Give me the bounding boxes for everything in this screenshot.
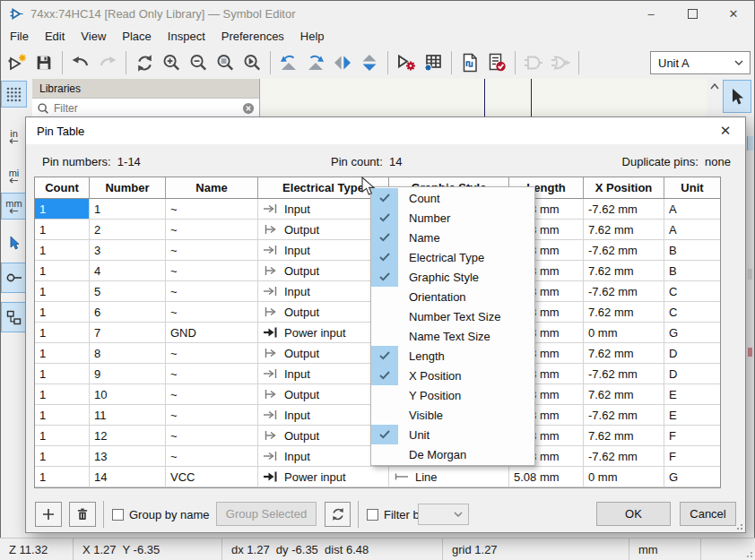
- cell-number[interactable]: 9: [90, 364, 166, 384]
- units-inches-button[interactable]: in: [1, 124, 27, 149]
- unit-select[interactable]: Unit A: [650, 51, 751, 74]
- canvas-scrollbar-up[interactable]: [707, 79, 722, 116]
- cell-x-position[interactable]: -7.62 mm: [584, 240, 664, 261]
- new-symbol-button[interactable]: [4, 49, 30, 76]
- cell-unit[interactable]: A: [664, 199, 720, 220]
- menu-file[interactable]: File: [2, 27, 37, 47]
- cell-number[interactable]: 2: [90, 220, 166, 240]
- cell-number[interactable]: 5: [90, 281, 166, 302]
- column-menu-item-number[interactable]: Number: [371, 208, 534, 228]
- column-menu-item-unit[interactable]: Unit: [371, 425, 534, 444]
- window-resize-grip[interactable]: [744, 549, 753, 558]
- cell-x-position[interactable]: -7.62 mm: [584, 281, 664, 302]
- menu-edit[interactable]: Edit: [37, 27, 73, 47]
- cell-unit[interactable]: E: [664, 384, 720, 405]
- column-menu-item-name[interactable]: Name: [371, 228, 534, 247]
- cell-electrical-type[interactable]: Power input: [258, 467, 389, 487]
- rotate-ccw-button[interactable]: [275, 49, 302, 76]
- cell-x-position[interactable]: -7.62 mm: [584, 405, 664, 426]
- cell-number[interactable]: 8: [90, 343, 166, 364]
- cell-name[interactable]: VCC: [166, 467, 258, 487]
- cell-count[interactable]: 1: [35, 343, 90, 364]
- cell-x-position[interactable]: 7.62 mm: [584, 261, 664, 281]
- schematic-canvas[interactable]: [261, 79, 707, 116]
- menu-view[interactable]: View: [73, 27, 114, 47]
- cell-graphic-style[interactable]: Line: [389, 467, 509, 487]
- dialog-close-button[interactable]: ✕: [711, 117, 740, 144]
- cell-x-position[interactable]: -7.62 mm: [584, 446, 664, 467]
- cell-name[interactable]: ~: [166, 405, 258, 426]
- menu-help[interactable]: Help: [292, 27, 333, 47]
- close-button[interactable]: ✕: [713, 1, 754, 27]
- cell-count[interactable]: 1: [35, 384, 90, 405]
- cell-x-position[interactable]: 7.62 mm: [584, 220, 664, 240]
- menu-inspect[interactable]: Inspect: [160, 27, 213, 47]
- cell-count[interactable]: 1: [35, 240, 90, 261]
- cell-number[interactable]: 4: [90, 261, 166, 281]
- cell-name[interactable]: ~: [166, 446, 258, 467]
- mirror-vertical-button[interactable]: [356, 49, 383, 76]
- cell-unit[interactable]: F: [664, 446, 720, 467]
- save-button[interactable]: [30, 49, 57, 76]
- cell-number[interactable]: 13: [90, 446, 166, 467]
- units-mils-button[interactable]: mi: [1, 163, 27, 188]
- cell-x-position[interactable]: 7.62 mm: [584, 426, 664, 446]
- cell-number[interactable]: 6: [90, 302, 166, 323]
- cell-unit[interactable]: A: [664, 220, 720, 240]
- libraries-filter-input[interactable]: Filter: [32, 98, 259, 117]
- cell-number[interactable]: 7: [90, 323, 166, 343]
- column-menu-item-number-text-size[interactable]: Number Text Size: [371, 306, 534, 326]
- resize-grip[interactable]: [734, 521, 743, 530]
- filter-by-unit-checkbox[interactable]: [367, 509, 378, 521]
- column-header-number[interactable]: Number: [90, 177, 166, 199]
- cell-count[interactable]: 1: [35, 302, 90, 323]
- cell-unit[interactable]: B: [664, 240, 720, 261]
- cell-unit[interactable]: D: [664, 364, 720, 384]
- cell-number[interactable]: 14: [90, 467, 166, 487]
- cell-name[interactable]: ~: [166, 261, 258, 281]
- group-by-name-checkbox[interactable]: [112, 509, 124, 521]
- cell-x-position[interactable]: 7.62 mm: [584, 343, 664, 364]
- cell-count[interactable]: 1: [35, 446, 90, 467]
- cell-count[interactable]: 1: [35, 467, 90, 487]
- column-menu-item-graphic-style[interactable]: Graphic Style: [371, 267, 534, 287]
- cell-name[interactable]: ~: [166, 364, 258, 384]
- column-menu-item-y-position[interactable]: Y Position: [371, 385, 534, 405]
- show-hidden-fields-button[interactable]: [1, 302, 27, 332]
- cell-unit[interactable]: E: [664, 405, 720, 426]
- cell-number[interactable]: 1: [90, 199, 166, 220]
- cell-x-position[interactable]: 7.62 mm: [584, 384, 664, 405]
- cell-name[interactable]: ~: [166, 240, 258, 261]
- clear-filter-icon[interactable]: [242, 102, 255, 115]
- cell-count[interactable]: 1: [35, 426, 90, 446]
- add-pin-button[interactable]: [35, 502, 62, 527]
- cell-name[interactable]: GND: [166, 323, 258, 343]
- select-tool-button[interactable]: [723, 80, 751, 113]
- minimize-button[interactable]: –: [630, 1, 672, 27]
- cell-count[interactable]: 1: [35, 281, 90, 302]
- cell-x-position[interactable]: 0 mm: [584, 467, 664, 487]
- menu-preferences[interactable]: Preferences: [213, 27, 292, 47]
- pin-table-button[interactable]: [420, 49, 447, 76]
- datasheet-button[interactable]: [456, 49, 483, 76]
- cell-count[interactable]: 1: [35, 199, 90, 220]
- cell-number[interactable]: 3: [90, 240, 166, 261]
- column-header-x-position[interactable]: X Position: [584, 177, 664, 199]
- delete-pin-button[interactable]: [69, 502, 96, 527]
- rotate-cw-button[interactable]: [302, 49, 329, 76]
- cell-unit[interactable]: G: [664, 467, 720, 487]
- column-header-unit[interactable]: Unit: [664, 177, 720, 199]
- menu-place[interactable]: Place: [114, 27, 160, 47]
- column-menu-item-name-text-size[interactable]: Name Text Size: [371, 326, 534, 346]
- zoom-fit-button[interactable]: [212, 49, 239, 76]
- cell-x-position[interactable]: -7.62 mm: [584, 199, 664, 220]
- column-header-count[interactable]: Count: [35, 177, 90, 199]
- refresh-grouping-button[interactable]: [325, 502, 351, 527]
- erc-check-button[interactable]: [483, 49, 510, 76]
- cell-unit[interactable]: D: [664, 343, 720, 364]
- cell-number[interactable]: 10: [90, 384, 166, 405]
- refresh-view-button[interactable]: [131, 49, 158, 76]
- cell-name[interactable]: ~: [166, 302, 258, 323]
- column-menu-item-count[interactable]: Count: [371, 188, 534, 208]
- units-mm-button[interactable]: mm: [1, 193, 27, 220]
